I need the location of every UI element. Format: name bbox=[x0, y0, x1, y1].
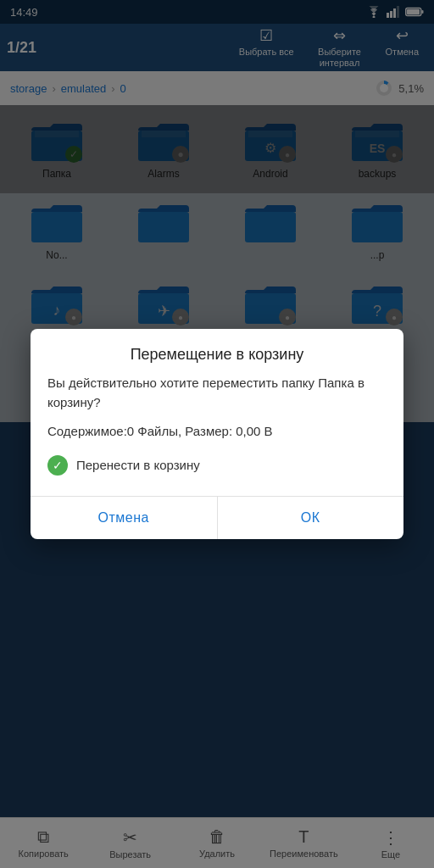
checkbox-icon: ✓ bbox=[47, 455, 68, 476]
dialog-title: Перемещение в корзину bbox=[31, 329, 403, 374]
dialog-cancel-button[interactable]: Отмена bbox=[31, 497, 217, 539]
dialog-info: Содержимое:0 Файлы, Размер: 0,00 В bbox=[47, 422, 387, 442]
dialog-body: Вы действительно хотите переместить папк… bbox=[31, 374, 403, 496]
dialog-buttons: Отмена ОК bbox=[31, 497, 403, 539]
dialog-overlay: Перемещение в корзину Вы действительно х… bbox=[0, 0, 434, 868]
trash-checkbox-row[interactable]: ✓ Перенести в корзину bbox=[47, 455, 387, 476]
trash-dialog: Перемещение в корзину Вы действительно х… bbox=[31, 329, 403, 539]
dialog-text: Вы действительно хотите переместить папк… bbox=[47, 374, 387, 412]
checkbox-label: Перенести в корзину bbox=[76, 458, 200, 472]
dialog-ok-button[interactable]: ОК bbox=[218, 497, 404, 539]
